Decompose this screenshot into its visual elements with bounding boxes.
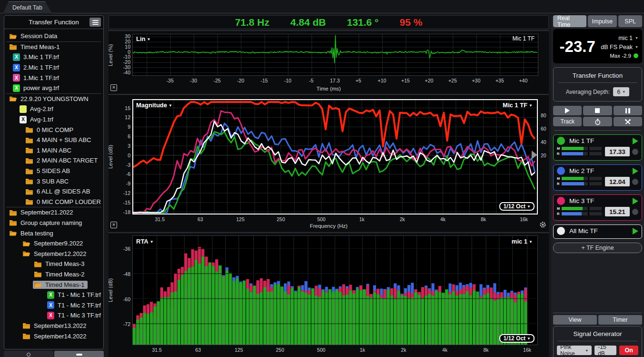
measurement-color-dot xyxy=(557,167,565,175)
tree-item[interactable]: September14.2022 xyxy=(4,331,103,341)
delay-value[interactable]: 17.33 xyxy=(605,147,630,156)
run-measurement-button[interactable] xyxy=(633,228,638,235)
run-measurement-button[interactable] xyxy=(633,138,638,144)
folder-icon xyxy=(25,168,33,174)
lin-type-selector[interactable]: Lin▼ xyxy=(136,35,150,42)
generator-level-button[interactable]: -15 dB xyxy=(594,346,616,355)
tree-item[interactable]: September13.2022 xyxy=(4,321,103,331)
view-button[interactable]: View xyxy=(553,315,597,325)
x-tick: -10 xyxy=(284,78,291,83)
timer-button[interactable] xyxy=(583,117,612,126)
group-title: Signal Generator xyxy=(557,329,638,341)
x-tick: 8k xyxy=(481,216,486,222)
tree-item[interactable]: XAvg-1.trf xyxy=(4,114,103,125)
peak-level-value: -23.7 xyxy=(557,38,598,56)
mag-xlabel: Frequency (Hz) xyxy=(109,223,549,229)
tree-item[interactable]: Timed Meas-1 xyxy=(4,42,103,52)
stop-button[interactable] xyxy=(583,106,612,115)
tools-button[interactable] xyxy=(614,117,642,126)
rta-input-selector[interactable]: mic 1▼ xyxy=(512,238,533,245)
tree-item[interactable]: 5 SIDES AB xyxy=(4,166,103,176)
x-tick: 2k xyxy=(400,216,405,222)
sidebar-footer-button-2[interactable] xyxy=(54,351,104,357)
spl-button[interactable]: SPL xyxy=(618,15,642,27)
tree-item[interactable]: Timed Meas-2 xyxy=(4,269,103,280)
close-icon[interactable]: × xyxy=(110,84,117,91)
tree-item[interactable]: X2.Mic 1 TF.trf xyxy=(4,62,103,73)
timer-tab-button[interactable]: Timer xyxy=(598,315,642,325)
averaging-depth-label: Averaging Depth: xyxy=(566,89,610,95)
tree-item[interactable]: Timed Meas-3 xyxy=(4,259,103,269)
tree-item[interactable]: XT1 - Mic 1 TF.trf xyxy=(4,290,103,300)
magnitude-plot[interactable] xyxy=(132,99,538,214)
unit-selector[interactable]: dB FS Peak▼ xyxy=(601,44,638,51)
m-level-meter xyxy=(562,147,602,150)
pause-button[interactable] xyxy=(614,106,642,115)
measurement-mic3[interactable]: Mic 3 TF M R 15.21 xyxy=(553,194,642,221)
tab-default[interactable]: Default Tab xyxy=(3,1,52,13)
tree-item[interactable]: 4 MAIN + SUB ABC xyxy=(4,135,103,145)
mag-banding-selector[interactable]: 1/12 Oct▼ xyxy=(499,202,535,211)
coherence-tick: 60 xyxy=(541,126,546,132)
rta-plot[interactable] xyxy=(132,235,538,345)
averaging-depth-select[interactable]: 6▼ xyxy=(613,87,629,96)
x-tick: -25 xyxy=(214,78,221,83)
x-tick: 500 xyxy=(317,347,326,353)
tree-item[interactable]: 22.9.20 YOUNGSTOWN xyxy=(4,94,103,104)
delay-value[interactable]: 15.21 xyxy=(605,207,630,216)
folder-icon xyxy=(22,322,30,329)
tree-item[interactable]: Timed Meas-1 xyxy=(4,279,103,290)
run-measurement-button[interactable] xyxy=(633,198,638,204)
tree-item[interactable]: 2 MAIN ABC TARGET xyxy=(4,155,103,166)
tree-item[interactable]: September9.2022 xyxy=(4,238,103,249)
gear-icon[interactable] xyxy=(539,221,546,228)
mag-type-selector[interactable]: Magnitude▼ xyxy=(136,102,172,109)
signal-type-select[interactable]: Pink Noise▼ xyxy=(557,346,592,355)
menu-icon[interactable] xyxy=(89,18,101,27)
cursor-pointer-icon[interactable] xyxy=(532,151,537,159)
x-tick: -5 xyxy=(309,78,313,83)
tree-item[interactable]: September21.2022 xyxy=(4,207,103,218)
input-selector[interactable]: mic 1▼ xyxy=(618,35,638,41)
tree-item[interactable]: XT1 - Mic 3 TF.trf xyxy=(4,310,103,321)
measurement-option-button[interactable] xyxy=(632,179,638,185)
measurement-all-mics[interactable]: All Mic TF xyxy=(553,224,642,239)
rta-banding-selector[interactable]: 1/12 Oct▼ xyxy=(499,334,535,343)
tree-item[interactable]: X3.Mic 1 TF.trf xyxy=(4,52,103,62)
tree-item[interactable]: 1 MAIN ABC xyxy=(4,145,103,156)
tree-item[interactable]: Session Data xyxy=(4,31,103,41)
real-time-button[interactable]: Real Time xyxy=(553,15,586,27)
measurement-option-button[interactable] xyxy=(632,209,638,215)
play-button[interactable] xyxy=(553,106,582,115)
delay-value[interactable]: 12.04 xyxy=(605,177,630,186)
measurement-mic2[interactable]: Mic 2 TF M R 12.04 xyxy=(553,164,642,191)
tree-item[interactable]: Beta testing xyxy=(4,228,103,238)
tree-item[interactable]: XT1 - Mic 2 TF.trf xyxy=(4,300,103,310)
x-tick: 250 xyxy=(277,216,285,222)
lin-plot[interactable] xyxy=(132,34,538,76)
track-button[interactable]: Track xyxy=(553,117,582,126)
run-measurement-button[interactable] xyxy=(633,168,638,174)
sidebar-footer-button-1[interactable] xyxy=(4,351,53,357)
add-tf-engine-button[interactable]: + TF Engine xyxy=(553,243,642,253)
x-tick: +30 xyxy=(472,78,480,83)
mag-trace-selector[interactable]: Mic 1 TF▼ xyxy=(503,102,533,109)
rta-type-selector[interactable]: RTA▼ xyxy=(136,238,154,245)
tree-item[interactable]: Group capture naming xyxy=(4,218,103,228)
coherence-tick: 40 xyxy=(541,139,546,145)
tree-item[interactable]: September12.2022 xyxy=(4,248,103,259)
measurement-mic1[interactable]: Mic 1 TF M R 17.33 xyxy=(553,134,642,161)
measurement-option-button[interactable] xyxy=(632,149,638,155)
tree-item[interactable]: X1.Mic 1 TF.trf xyxy=(4,72,103,83)
x-tick: 4k xyxy=(442,347,447,353)
tree-item[interactable]: Avg-2.trf xyxy=(4,104,103,114)
tree-item[interactable]: 0 MIC COMP LOUDER xyxy=(4,197,103,207)
file-icon xyxy=(20,105,27,113)
close-icon[interactable]: × xyxy=(110,222,117,228)
generator-on-button[interactable]: On xyxy=(619,346,638,355)
tree-item[interactable]: Xpower avg.trf xyxy=(4,83,103,93)
impulse-button[interactable]: Impulse xyxy=(588,15,617,27)
tree-item[interactable]: 3 SUB ABC xyxy=(4,176,103,186)
tree-item[interactable]: 6 ALL @ SIDES AB xyxy=(4,186,103,197)
tree-item[interactable]: 0 MIC COMP xyxy=(4,124,103,135)
